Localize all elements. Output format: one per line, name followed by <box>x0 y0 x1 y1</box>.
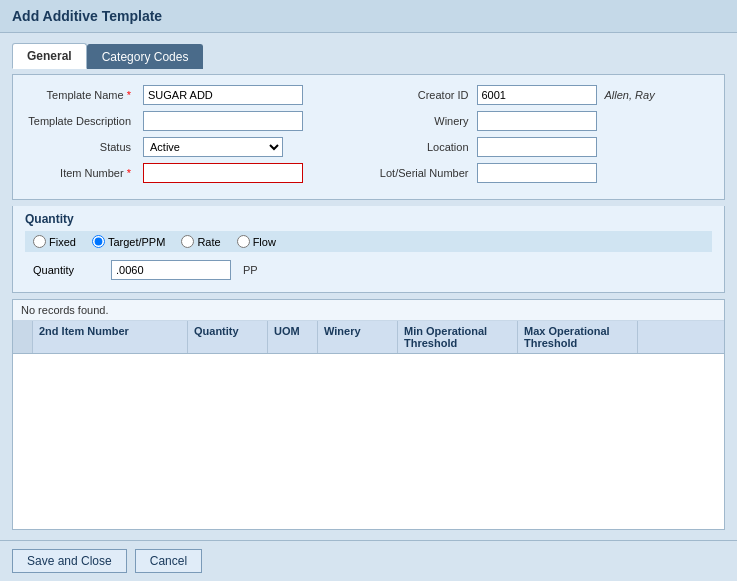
lot-serial-row: Lot/Serial Number <box>379 163 713 183</box>
lot-serial-input[interactable] <box>477 163 597 183</box>
item-number-input[interactable] <box>143 163 303 183</box>
winery-label: Winery <box>379 115 469 127</box>
radio-rate[interactable]: Rate <box>181 235 220 248</box>
form-columns: Template Name Template Description Statu… <box>25 85 712 189</box>
tabs-row: General Category Codes <box>12 43 725 69</box>
template-name-label: Template Name <box>25 89 135 101</box>
th-winery: Winery <box>318 321 398 353</box>
radio-rate-label: Rate <box>197 236 220 248</box>
no-records-text: No records found. <box>13 300 724 321</box>
radio-rate-input[interactable] <box>181 235 194 248</box>
th-item-number: 2nd Item Number <box>33 321 188 353</box>
creator-name: Allen, Ray <box>605 89 655 101</box>
location-row: Location <box>379 137 713 157</box>
radio-target-ppm-label: Target/PPM <box>108 236 165 248</box>
template-desc-row: Template Description <box>25 111 359 131</box>
th-max-threshold: Max Operational Threshold <box>518 321 638 353</box>
page-header: Add Additive Template <box>0 0 737 33</box>
status-label: Status <box>25 141 135 153</box>
qty-label: Quantity <box>33 264 103 276</box>
item-number-row: Item Number <box>25 163 359 183</box>
form-col-left: Template Name Template Description Statu… <box>25 85 359 189</box>
lot-serial-label: Lot/Serial Number <box>379 167 469 179</box>
table-header: 2nd Item Number Quantity UOM Winery Min … <box>13 321 724 354</box>
template-desc-label: Template Description <box>25 115 135 127</box>
th-icon <box>13 321 33 353</box>
winery-row: Winery <box>379 111 713 131</box>
main-content: General Category Codes Template Name T <box>0 33 737 540</box>
radio-flow-input[interactable] <box>237 235 250 248</box>
radio-flow[interactable]: Flow <box>237 235 276 248</box>
th-uom: UOM <box>268 321 318 353</box>
quantity-radio-row: Fixed Target/PPM Rate Flow <box>25 231 712 252</box>
winery-input[interactable] <box>477 111 597 131</box>
cancel-button[interactable]: Cancel <box>135 549 202 573</box>
location-input[interactable] <box>477 137 597 157</box>
form-col-right: Creator ID Allen, Ray Winery Location <box>379 85 713 189</box>
status-row: Status Active Inactive <box>25 137 359 157</box>
qty-input-row: Quantity PP <box>25 258 712 282</box>
radio-fixed-input[interactable] <box>33 235 46 248</box>
creator-id-label: Creator ID <box>379 89 469 101</box>
page-wrapper: Add Additive Template General Category C… <box>0 0 737 581</box>
general-form-panel: Template Name Template Description Statu… <box>12 74 725 200</box>
footer: Save and Close Cancel <box>0 540 737 581</box>
radio-fixed[interactable]: Fixed <box>33 235 76 248</box>
radio-target-ppm-input[interactable] <box>92 235 105 248</box>
creator-id-input[interactable] <box>477 85 597 105</box>
save-close-button[interactable]: Save and Close <box>12 549 127 573</box>
status-select[interactable]: Active Inactive <box>143 137 283 157</box>
th-min-threshold: Min Operational Threshold <box>398 321 518 353</box>
table-body <box>13 354 724 529</box>
template-desc-input[interactable] <box>143 111 303 131</box>
page-title: Add Additive Template <box>12 8 162 24</box>
table-area: No records found. 2nd Item Number Quanti… <box>12 299 725 530</box>
radio-target-ppm[interactable]: Target/PPM <box>92 235 165 248</box>
location-label: Location <box>379 141 469 153</box>
template-name-row: Template Name <box>25 85 359 105</box>
qty-input[interactable] <box>111 260 231 280</box>
quantity-section: Quantity Fixed Target/PPM Rate Flow <box>12 206 725 293</box>
radio-fixed-label: Fixed <box>49 236 76 248</box>
tab-category-codes[interactable]: Category Codes <box>87 44 204 69</box>
creator-id-row: Creator ID Allen, Ray <box>379 85 713 105</box>
tab-general[interactable]: General <box>12 43 87 69</box>
radio-flow-label: Flow <box>253 236 276 248</box>
th-quantity: Quantity <box>188 321 268 353</box>
item-number-label: Item Number <box>25 167 135 179</box>
template-name-input[interactable] <box>143 85 303 105</box>
uom-label: PP <box>243 264 258 276</box>
quantity-title: Quantity <box>25 212 712 226</box>
